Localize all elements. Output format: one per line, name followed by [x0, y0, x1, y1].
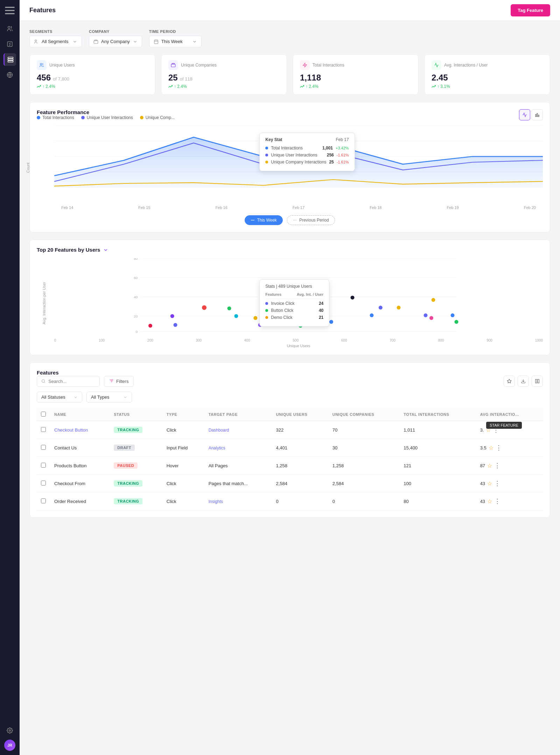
star-btn-1[interactable]: ☆	[489, 445, 493, 451]
more-btn-1[interactable]: ⋮	[496, 444, 502, 452]
scatter-val-1: 40	[319, 308, 323, 313]
download-action-btn[interactable]	[518, 376, 529, 387]
table-filter-row: All Statuses All Types	[37, 392, 543, 403]
sidebar-toggle[interactable]	[4, 4, 16, 17]
star-btn-2[interactable]: ☆	[487, 462, 492, 469]
avg-val-2: 87	[480, 463, 485, 468]
total-interactions-label: Total Interactions	[313, 63, 344, 68]
feature-name-0[interactable]: Checkout Button	[54, 427, 88, 433]
scatter-tdot-1	[265, 309, 268, 312]
feature-name-2: Products Button	[50, 457, 110, 475]
avg-val-3: 43	[480, 481, 485, 486]
this-week-toggle[interactable]: This Week	[245, 215, 282, 225]
status-filter[interactable]: All Statuses	[37, 392, 82, 403]
star-action-btn[interactable]	[504, 376, 515, 387]
x-label-3: Feb 17	[293, 205, 304, 210]
unique-companies-4: 0	[328, 492, 400, 510]
table-row: Contact Us DRAFT Input Field Analytics 4…	[37, 439, 543, 457]
row-actions-3: 43 ☆ ⋮	[480, 480, 539, 487]
target-page-2: All Pages	[204, 457, 272, 475]
row-actions-1: 3.5 ☆ ⋮	[480, 444, 539, 452]
svg-marker-75	[507, 379, 511, 383]
x-label-5: Feb 19	[447, 205, 458, 210]
sidebar-item-features[interactable]	[4, 53, 16, 66]
unique-companies-icon	[168, 60, 178, 70]
scatter-chevron[interactable]	[103, 247, 108, 253]
status-badge-4: TRACKING	[114, 498, 142, 504]
row-checkbox-0[interactable]	[41, 427, 46, 432]
star-btn-4[interactable]: ☆	[487, 498, 492, 505]
stat-unique-companies: Unique Companies 25 of 118 ↑ 2.4%	[161, 54, 287, 95]
svg-rect-11	[94, 41, 98, 43]
company-label: Company	[89, 29, 142, 34]
target-page-1[interactable]: Analytics	[209, 446, 225, 450]
more-btn-2[interactable]: ⋮	[494, 462, 500, 469]
avg-val-4: 43	[480, 499, 485, 504]
col-unique-companies: UNIQUE COMPANIES	[328, 408, 400, 421]
unique-users-value: 456	[37, 73, 51, 83]
svg-point-3	[8, 26, 10, 28]
svg-rect-77	[536, 379, 537, 383]
target-page-4[interactable]: Insights	[209, 499, 223, 504]
unique-companies-0: 70	[328, 421, 400, 439]
sidebar-item-users[interactable]	[4, 22, 16, 35]
row-checkbox-2[interactable]	[41, 463, 46, 468]
svg-rect-12	[154, 40, 158, 44]
legend-dot-yellow	[140, 116, 144, 119]
select-all-checkbox[interactable]	[41, 412, 46, 417]
sidebar-item-analytics[interactable]	[4, 38, 16, 50]
tooltip-title: Key Stat	[265, 137, 282, 142]
legend-label-2: Unique Comp...	[146, 115, 175, 120]
columns-action-btn[interactable]	[532, 376, 543, 387]
type-3: Click	[162, 475, 204, 492]
svg-point-51	[234, 314, 238, 318]
filters-button[interactable]: Filters	[104, 376, 134, 387]
chart-line-view-btn[interactable]	[519, 109, 530, 120]
chart-bar-view-btn[interactable]	[532, 109, 543, 120]
unique-users-1: 4,401	[272, 439, 328, 457]
table-row: Checkout Button TRACKING Click Dashboard…	[37, 421, 543, 439]
col-total-interactions: TOTAL INTERACTIONS	[399, 408, 476, 421]
features-table: NAME STATUS TYPE TARGET PAGE UNIQUE USER…	[37, 408, 543, 510]
company-value: Any Company	[101, 39, 130, 44]
x-label-6: Feb 20	[524, 205, 536, 210]
row-checkbox-3[interactable]	[41, 481, 46, 485]
svg-point-47	[170, 314, 174, 318]
segments-select[interactable]: All Segments	[29, 36, 82, 47]
tooltip-row-2: Unique Company Interactions 25 -1.61%	[265, 160, 349, 165]
tooltip-row-1: Unique User Interactions 256 -1.61%	[265, 153, 349, 158]
sidebar-item-globe[interactable]	[4, 69, 16, 81]
row-checkbox-1[interactable]	[41, 445, 46, 450]
total-interactions-value: 1,118	[300, 73, 321, 83]
company-select[interactable]: Any Company	[89, 36, 142, 47]
this-week-label: This Week	[257, 218, 276, 223]
scatter-tooltip-row-0: Invoice Click 24	[265, 301, 323, 306]
tooltip-change-0: +3.42%	[336, 146, 349, 150]
star-btn-3[interactable]: ☆	[487, 480, 492, 487]
search-input[interactable]	[48, 379, 95, 384]
row-checkbox-4[interactable]	[41, 498, 46, 503]
features-table-title: Features	[37, 370, 59, 376]
tag-feature-button[interactable]: Tag Feature	[511, 4, 550, 16]
tooltip-date: Feb 17	[336, 137, 349, 142]
more-btn-4[interactable]: ⋮	[494, 497, 500, 505]
filters-row: Segments All Segments Company Any Compan…	[29, 29, 550, 47]
unique-users-label: Unique Users	[49, 63, 75, 68]
unique-users-trend: ↑ 2.4%	[37, 84, 148, 89]
legend-label-0: Total Interactions	[42, 115, 74, 120]
user-avatar[interactable]: JR	[4, 740, 15, 751]
previous-period-toggle[interactable]: Previous Period	[287, 215, 335, 225]
svg-point-9	[9, 730, 11, 732]
col-target-page: TARGET PAGE	[204, 408, 272, 421]
target-page-0[interactable]: Dashboard	[209, 428, 229, 433]
search-box[interactable]	[37, 376, 100, 387]
time-select[interactable]: This Week	[149, 36, 202, 47]
scatter-x-4: 400	[244, 338, 250, 342]
type-filter[interactable]: All Types	[86, 392, 132, 403]
svg-point-49	[202, 305, 206, 310]
svg-point-59	[329, 320, 333, 324]
more-btn-3[interactable]: ⋮	[494, 480, 500, 487]
svg-rect-19	[537, 113, 538, 117]
sidebar-item-settings[interactable]	[4, 724, 16, 737]
tooltip-label-0: Total Interactions	[271, 146, 320, 151]
